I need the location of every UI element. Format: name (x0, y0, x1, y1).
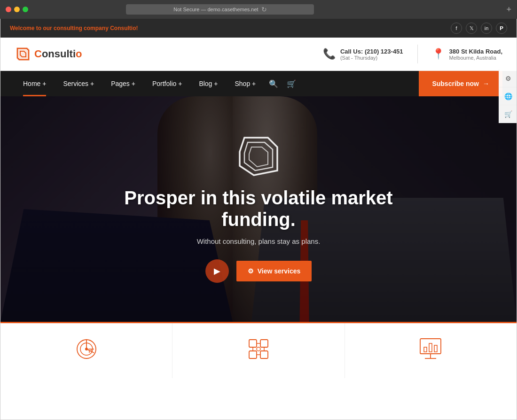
play-button[interactable]: ▶ (205, 259, 229, 283)
nav-item-portfolio[interactable]: Portfolio + (144, 71, 190, 96)
sidebar-globe-icon[interactable]: 🌐 (499, 87, 517, 105)
svg-rect-11 (260, 351, 268, 358)
nav-item-home[interactable]: Home + (15, 71, 55, 96)
close-button[interactable] (6, 7, 11, 12)
minimize-button[interactable] (14, 7, 20, 12)
address-contact: 📍 380 St Kilda Road, Melbourne, Australi… (432, 48, 502, 61)
subscribe-button[interactable]: Subscribe now → (419, 71, 502, 96)
phone-label: Call Us: (210) 123-451 (340, 48, 403, 55)
nav-item-shop[interactable]: Shop + (226, 71, 264, 96)
contact-divider (417, 45, 418, 63)
search-icon[interactable]: 🔍 (269, 79, 278, 88)
social-icons-group: f 𝕏 in 𝗣 (451, 23, 507, 34)
sidebar-right: ⚙ 🌐 🛒 (499, 70, 517, 123)
svg-rect-20 (424, 347, 427, 352)
brand-name-highlight: Consultio! (110, 25, 138, 31)
svg-rect-21 (429, 343, 432, 352)
service-card-3[interactable] (345, 323, 517, 378)
service-card-2[interactable] (172, 323, 345, 378)
service-cards (0, 322, 517, 378)
cart-icon[interactable]: 🛒 (287, 79, 296, 88)
hero-logo-mark (237, 135, 280, 178)
address-details: 380 St Kilda Road, Melbourne, Australia (449, 48, 502, 61)
nav-item-services[interactable]: Services + (55, 71, 102, 96)
phone-icon: 📞 (323, 48, 336, 60)
svg-rect-22 (434, 345, 437, 352)
traffic-lights (6, 7, 28, 12)
reload-icon[interactable]: ↻ (261, 6, 267, 13)
location-icon: 📍 (432, 48, 445, 60)
hero-subtitle: Without consulting, plans stay as plans. (197, 237, 321, 245)
top-bar-message: Welcome to our consulting company Consul… (10, 25, 138, 31)
sidebar-settings-icon[interactable]: ⚙ (499, 70, 517, 87)
sidebar-cart-icon[interactable]: 🛒 (499, 105, 517, 123)
browser-content: Welcome to our consulting company Consul… (0, 19, 517, 420)
svg-rect-10 (249, 351, 257, 358)
service-icon-3 (417, 336, 444, 366)
header: Consultio 📞 Call Us: (210) 123-451 (Sat … (0, 38, 517, 71)
view-services-button[interactable]: ⚙ View services (236, 261, 312, 281)
address-sub: Melbourne, Australia (449, 55, 502, 61)
svg-rect-9 (260, 340, 268, 347)
logo-icon (15, 46, 31, 62)
url-text: Not Secure — demo.casethemes.net (173, 7, 258, 12)
svg-point-4 (85, 348, 88, 350)
maximize-button[interactable] (23, 7, 28, 12)
website: Welcome to our consulting company Consul… (0, 19, 517, 420)
top-bar: Welcome to our consulting company Consul… (0, 19, 517, 38)
hero-section: Prosper in this volatile market funding.… (0, 96, 517, 322)
phone-contact: 📞 Call Us: (210) 123-451 (Sat - Thursday… (323, 48, 403, 61)
nav-item-pages[interactable]: Pages + (102, 71, 144, 96)
welcome-text: Welcome to our consulting company (10, 25, 110, 31)
header-contacts: 📞 Call Us: (210) 123-451 (Sat - Thursday… (323, 45, 502, 63)
phone-sub: (Sat - Thursday) (340, 55, 403, 61)
cta-arrow-icon: → (483, 80, 489, 87)
address-bar[interactable]: Not Secure — demo.casethemes.net ↻ (126, 4, 314, 15)
nav-links: Home + Services + Pages + Portfolio + Bl… (15, 71, 419, 96)
hero-buttons: ▶ ⚙ View services (205, 259, 312, 283)
svg-rect-8 (249, 340, 257, 347)
svg-rect-17 (420, 339, 441, 354)
hero-content: Prosper in this volatile market funding.… (0, 96, 517, 322)
linkedin-icon[interactable]: in (481, 23, 492, 34)
service-card-1[interactable] (0, 323, 172, 378)
pinterest-icon[interactable]: 𝗣 (496, 23, 507, 34)
gear-icon: ⚙ (248, 267, 254, 275)
twitter-icon[interactable]: 𝕏 (466, 23, 477, 34)
phone-details: Call Us: (210) 123-451 (Sat - Thursday) (340, 48, 403, 61)
service-icon-2 (245, 336, 272, 366)
new-tab-button[interactable]: + (506, 5, 511, 15)
navigation: Home + Services + Pages + Portfolio + Bl… (0, 71, 517, 96)
browser-chrome: Not Secure — demo.casethemes.net ↻ + (0, 0, 517, 19)
nav-item-blog[interactable]: Blog + (190, 71, 226, 96)
svg-point-16 (257, 347, 260, 351)
logo[interactable]: Consultio (15, 46, 82, 62)
nav-icons: 🔍 🛒 (269, 79, 296, 88)
service-icon-1 (73, 336, 100, 366)
address-label: 380 St Kilda Road, (449, 48, 502, 55)
logo-text: Consultio (34, 48, 82, 60)
facebook-icon[interactable]: f (451, 23, 462, 34)
hero-title: Prosper in this volatile market funding. (118, 187, 400, 230)
